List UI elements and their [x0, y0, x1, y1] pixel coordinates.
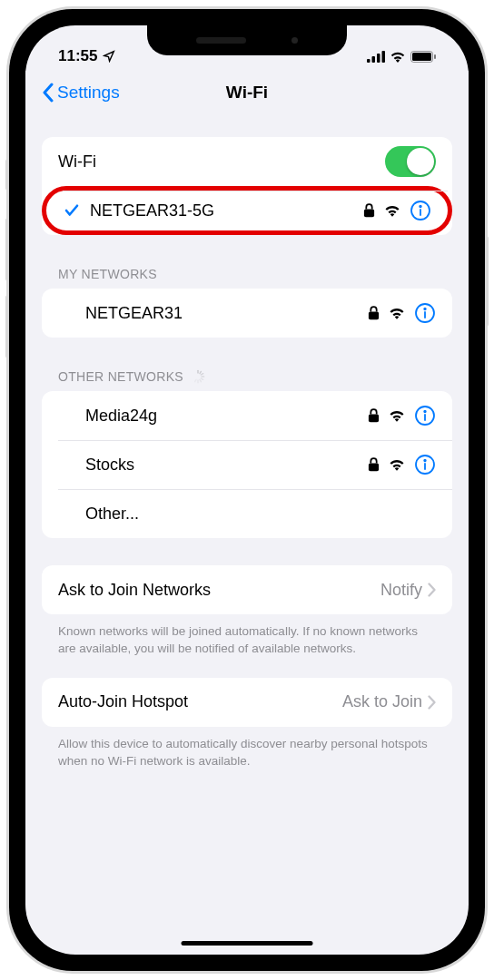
status-time: 11:55 [58, 47, 97, 65]
ask-to-join-group: Ask to Join Networks Notify [42, 565, 452, 614]
svg-rect-1 [372, 56, 376, 63]
lock-icon [368, 306, 380, 320]
info-button[interactable] [414, 454, 436, 475]
navigation-bar: Settings Wi-Fi [25, 71, 469, 114]
wifi-toggle-row: Wi-Fi [42, 137, 452, 186]
ask-to-join-value: Notify [380, 581, 422, 600]
wifi-main-group: Wi-Fi NETGEAR31-5G [42, 137, 452, 235]
lock-icon [368, 457, 380, 472]
wifi-signal-icon [389, 458, 405, 471]
current-network-row[interactable]: NETGEAR31-5G [42, 186, 452, 235]
content: Wi-Fi NETGEAR31-5G MY NETWORKS [25, 114, 469, 955]
auto-join-group: Auto-Join Hotspot Ask to Join [42, 678, 452, 727]
ask-to-join-footer: Known networks will be joined automatica… [42, 614, 452, 658]
info-button[interactable] [414, 302, 436, 324]
volume-down-button [5, 295, 9, 358]
svg-rect-21 [369, 414, 379, 422]
svg-point-23 [424, 411, 426, 413]
other-network-row[interactable]: Other... [42, 489, 452, 538]
back-label: Settings [57, 83, 120, 103]
chevron-right-icon [428, 583, 436, 597]
cellular-icon [367, 51, 385, 63]
svg-point-9 [420, 206, 421, 208]
other-label: Other... [85, 505, 436, 524]
network-row[interactable]: NETGEAR31 [42, 289, 452, 338]
network-name: Media24g [85, 407, 368, 426]
svg-rect-24 [369, 463, 379, 471]
info-button[interactable] [410, 200, 431, 221]
svg-rect-2 [377, 54, 380, 63]
spinner-icon [191, 369, 205, 384]
svg-rect-7 [364, 209, 374, 217]
network-icons [368, 454, 436, 475]
location-icon [103, 50, 115, 63]
svg-rect-3 [382, 51, 386, 63]
wifi-signal-icon [389, 409, 405, 422]
wifi-toggle[interactable] [385, 146, 436, 177]
mute-switch [5, 159, 9, 191]
my-networks-header: MY NETWORKS [42, 235, 452, 289]
svg-rect-0 [367, 59, 370, 63]
svg-rect-6 [434, 54, 436, 59]
home-indicator[interactable] [182, 941, 313, 946]
back-button[interactable]: Settings [42, 83, 120, 103]
page-title: Wi-Fi [226, 83, 268, 103]
auto-join-label: Auto-Join Hotspot [58, 692, 342, 711]
svg-line-20 [195, 379, 196, 381]
battery-icon [410, 51, 436, 63]
svg-rect-10 [369, 311, 379, 319]
my-networks-group: NETGEAR31 [42, 289, 452, 338]
current-network-name: NETGEAR31-5G [90, 201, 363, 220]
volume-up-button [5, 218, 9, 281]
power-button [485, 236, 489, 327]
svg-line-15 [201, 374, 203, 375]
chevron-left-icon [42, 83, 54, 103]
network-icons [368, 302, 436, 324]
auto-join-row[interactable]: Auto-Join Hotspot Ask to Join [42, 678, 452, 727]
wifi-signal-icon [384, 204, 400, 217]
svg-rect-5 [412, 53, 431, 61]
other-networks-header: OTHER NETWORKS [42, 338, 452, 391]
svg-line-14 [200, 371, 201, 373]
auto-join-value: Ask to Join [342, 692, 422, 711]
network-name: Stocks [85, 456, 368, 475]
network-icons [363, 200, 431, 221]
network-row[interactable]: Stocks [42, 440, 452, 489]
notch [147, 25, 347, 55]
ask-to-join-label: Ask to Join Networks [58, 581, 380, 600]
info-button[interactable] [414, 405, 436, 426]
svg-line-17 [201, 378, 203, 379]
wifi-toggle-label: Wi-Fi [58, 152, 385, 172]
lock-icon [363, 203, 375, 218]
network-row[interactable]: Media24g [42, 391, 452, 440]
chevron-right-icon [428, 695, 436, 710]
network-name: NETGEAR31 [85, 304, 368, 323]
wifi-status-icon [390, 51, 406, 63]
checkmark-icon [63, 201, 81, 220]
phone-frame: 11:55 Settings Wi-Fi Wi-Fi [9, 9, 485, 971]
svg-point-12 [424, 309, 426, 310]
lock-icon [368, 408, 380, 423]
wifi-signal-icon [389, 307, 405, 319]
screen: 11:55 Settings Wi-Fi Wi-Fi [25, 25, 469, 955]
auto-join-footer: Allow this device to automatically disco… [42, 727, 452, 770]
other-networks-group: Media24g Stocks [42, 391, 452, 538]
network-icons [368, 405, 436, 426]
svg-point-26 [424, 460, 426, 462]
ask-to-join-row[interactable]: Ask to Join Networks Notify [42, 565, 452, 614]
svg-line-18 [200, 379, 201, 381]
